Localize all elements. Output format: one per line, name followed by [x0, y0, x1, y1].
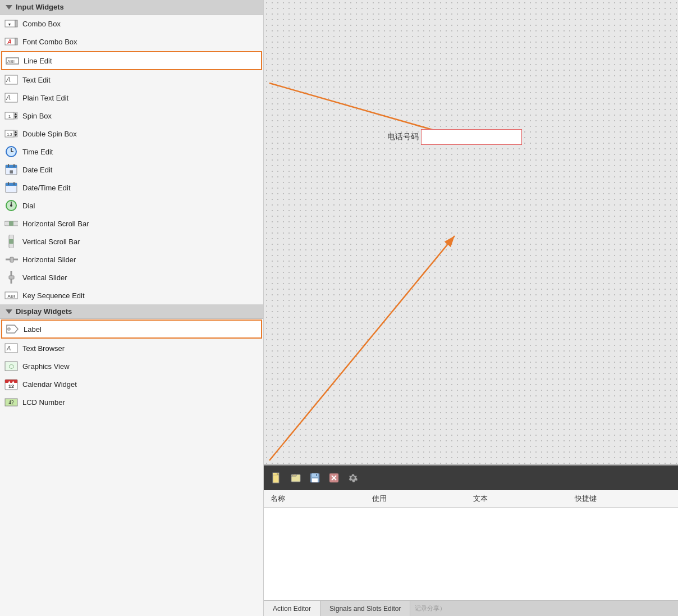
key-seq-edit-icon: ABI	[4, 289, 18, 302]
datetime-edit-icon	[4, 181, 18, 194]
line-edit-label: Line Edit	[24, 57, 52, 65]
widget-item-hslider[interactable]: Horizontal Slider	[0, 250, 263, 268]
text-browser-icon: A	[4, 341, 18, 355]
time-edit-label: Time Edit	[22, 148, 53, 156]
dial-icon	[4, 199, 18, 212]
widget-item-graphics-view[interactable]: ⬡ Graphics View	[0, 357, 263, 375]
widget-item-dial[interactable]: Dial	[0, 197, 263, 215]
collapse-icon-display	[6, 309, 12, 314]
text-edit-icon: A	[4, 73, 18, 86]
svg-text:42: 42	[8, 400, 14, 405]
svg-line-62	[269, 236, 455, 460]
plain-text-edit-icon: A	[4, 91, 18, 104]
calendar-widget-icon: ▲▲12	[4, 377, 18, 391]
svg-text:▦: ▦	[10, 170, 13, 174]
svg-text:ABI: ABI	[8, 294, 15, 299]
lcd-number-icon: 42	[4, 395, 18, 409]
svg-text:▼: ▼	[8, 22, 12, 26]
line-edit-icon: ABI	[6, 54, 19, 67]
close-button[interactable]	[326, 469, 342, 486]
bottom-panel: 名称 使用 文本 快捷键 Action Editor Signals and S…	[264, 464, 678, 616]
svg-text:▼: ▼	[14, 133, 18, 137]
hscrollbar-label: Horizontal Scroll Bar	[22, 220, 89, 228]
svg-text:1.2: 1.2	[7, 133, 12, 136]
text-edit-label: Text Edit	[22, 76, 51, 84]
display-widgets-label: Display Widgets	[16, 307, 72, 316]
svg-text:A: A	[6, 94, 11, 102]
hscrollbar-icon	[4, 217, 18, 230]
tab-action-editor[interactable]: Action Editor	[264, 601, 320, 616]
svg-text:▼: ▼	[14, 115, 18, 119]
new-file-button[interactable]	[268, 469, 285, 486]
col-shortcut: 快捷键	[572, 492, 674, 505]
text-browser-label: Text Browser	[22, 344, 65, 353]
arrows-overlay	[264, 0, 678, 464]
widget-item-calendar-widget[interactable]: ▲▲12 Calendar Widget	[0, 375, 263, 393]
display-widgets-header: Display Widgets	[0, 304, 263, 319]
widget-item-label[interactable]: Label	[1, 320, 262, 339]
design-canvas[interactable]: 电话号码	[264, 0, 678, 464]
svg-text:A: A	[6, 76, 11, 84]
plain-text-edit-label: Plain Text Edit	[22, 94, 68, 102]
svg-rect-28	[6, 165, 17, 168]
svg-rect-5	[15, 38, 17, 45]
label-label: Label	[24, 325, 42, 334]
svg-rect-33	[6, 183, 17, 186]
phone-input[interactable]	[421, 129, 522, 145]
time-edit-icon	[4, 145, 18, 158]
vslider-label: Vertical Slider	[22, 273, 67, 282]
widget-item-double-spin-box[interactable]: 1.2▲▼ Double Spin Box	[0, 125, 263, 143]
widget-item-plain-text-edit[interactable]: A Plain Text Edit	[0, 89, 263, 107]
col-use: 使用	[370, 492, 471, 505]
vscrollbar-label: Vertical Scroll Bar	[22, 238, 80, 246]
bottom-tabs: Action Editor Signals and Slots Editor 记…	[264, 600, 678, 616]
input-widgets-header: Input Widgets	[0, 0, 263, 15]
widget-item-spin-box[interactable]: 1▲▼ Spin Box	[0, 107, 263, 125]
widget-item-date-edit[interactable]: ▦ Date Edit	[0, 161, 263, 179]
collapse-icon	[6, 5, 12, 10]
widget-item-lcd-number[interactable]: 42 LCD Number	[0, 393, 263, 411]
hslider-icon	[4, 253, 18, 266]
svg-text:▲▲: ▲▲	[7, 380, 15, 384]
font-combo-box-label: Font Combo Box	[22, 38, 77, 46]
widget-item-vscrollbar[interactable]: Vertical Scroll Bar	[0, 232, 263, 250]
table-header: 名称 使用 文本 快捷键	[264, 490, 678, 508]
settings-button[interactable]	[345, 469, 361, 486]
combo-box-label: Combo Box	[22, 20, 61, 28]
tab-signals-slots[interactable]: Signals and Slots Editor	[320, 601, 410, 616]
table-body	[264, 508, 678, 600]
widget-item-datetime-edit[interactable]: Date/Time Edit	[0, 179, 263, 197]
svg-point-75	[351, 476, 355, 480]
widget-item-line-edit[interactable]: ABI Line Edit	[1, 51, 262, 70]
widget-item-font-combo-box[interactable]: A Font Combo Box	[0, 33, 263, 51]
canvas-phone-widget: 电话号码	[387, 129, 522, 145]
svg-rect-46	[9, 276, 14, 279]
svg-rect-40	[9, 221, 13, 226]
input-widgets-label: Input Widgets	[16, 3, 64, 11]
col-text: 文本	[471, 492, 572, 505]
widget-item-text-edit[interactable]: A Text Edit	[0, 71, 263, 89]
save-file-button[interactable]	[306, 469, 323, 486]
svg-text:12: 12	[8, 384, 14, 389]
graphics-view-icon: ⬡	[4, 359, 18, 373]
phone-label: 电话号码	[387, 132, 419, 142]
widget-item-combo-box[interactable]: ▼ Combo Box	[0, 15, 263, 33]
vslider-icon	[4, 271, 18, 284]
widget-item-hscrollbar[interactable]: Horizontal Scroll Bar	[0, 215, 263, 232]
widget-item-time-edit[interactable]: Time Edit	[0, 143, 263, 161]
widget-item-text-browser[interactable]: A Text Browser	[0, 339, 263, 357]
vscrollbar-icon	[4, 235, 18, 248]
double-spin-box-label: Double Spin Box	[22, 130, 77, 138]
svg-text:⬡: ⬡	[9, 363, 14, 369]
svg-text:A: A	[6, 345, 11, 352]
double-spin-box-icon: 1.2▲▼	[4, 127, 18, 140]
widget-item-vslider[interactable]: Vertical Slider	[0, 268, 263, 286]
calendar-widget-label: Calendar Widget	[22, 380, 77, 389]
svg-text:ABI: ABI	[7, 59, 15, 64]
widget-item-key-seq-edit[interactable]: ABI Key Sequence Edit	[0, 286, 263, 304]
key-seq-edit-label: Key Sequence Edit	[22, 291, 85, 300]
lcd-number-label: LCD Number	[22, 398, 65, 407]
open-file-button[interactable]	[287, 469, 304, 486]
font-combo-box-icon: A	[4, 35, 18, 48]
spin-box-icon: 1▲▼	[4, 109, 18, 122]
